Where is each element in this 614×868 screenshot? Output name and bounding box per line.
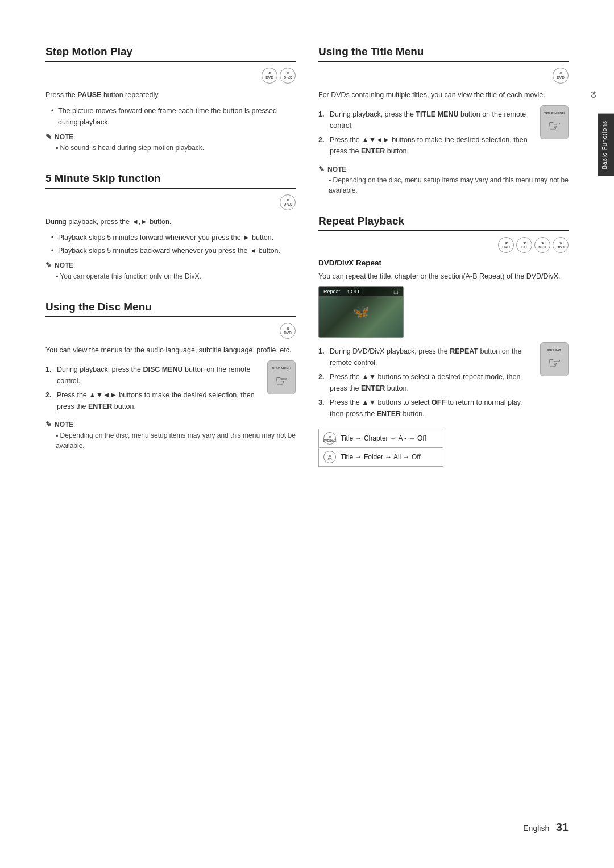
minute-skip-note: NOTE You can operate this function only … [45, 261, 296, 281]
step-2: 2. Press the ▲▼◄► buttons to make the de… [318, 134, 534, 157]
step-motion-intro: Press the PAUSE button repeatedly. [45, 89, 296, 101]
step-motion-badges: ⊕DVD ⊕DivX [45, 68, 296, 84]
step-motion-bullets: The picture moves forward one frame each… [45, 105, 296, 128]
chapter-label: Basic Functions [601, 121, 608, 169]
left-column: Step Motion Play ⊕DVD ⊕DivX Press the PA… [45, 45, 296, 480]
step-3: 3. Press the ▲▼ buttons to select OFF to… [318, 397, 534, 420]
title-menu-remote: TITLE MENU ☞ [540, 105, 569, 139]
step-1: 1. During DVD/DivX playback, press the R… [318, 346, 534, 368]
disc-menu-steps-row: 1. During playback, press the DISC MENU … [45, 360, 296, 416]
hand-icon-3: ☞ [548, 354, 561, 372]
hand-icon: ☞ [275, 372, 288, 390]
chapter-tab: Basic Functions [598, 114, 614, 176]
repeat-badges: ⊕DVD ⊕CD ⊕MP3 ⊕DivX [318, 237, 569, 253]
repeat-row-2-text: Title → Folder → All → Off [341, 453, 421, 461]
repeat-steps: 1. During DVD/DivX playback, press the R… [318, 346, 534, 420]
page-footer: English 31 [523, 821, 569, 834]
dvd-small-badge: ⊕DVD/DivX [323, 432, 336, 445]
chapter-number: 04 [590, 91, 597, 98]
minute-skip-intro: During playback, press the ◄,► button. [45, 216, 296, 227]
disc-menu-section: Using the Disc Menu ⊕DVD You can view th… [45, 301, 296, 456]
repeat-remote: REPEAT ☞ [540, 342, 569, 376]
dvd-badge-4: ⊕DVD [553, 68, 569, 84]
disc-menu-badges: ⊕DVD [45, 323, 296, 339]
dvd-badge-5: ⊕DVD [498, 237, 514, 253]
divx-badge: ⊕DivX [280, 68, 296, 84]
divx-badge-3: ⊕DivX [553, 237, 569, 253]
step-2: 2. Press the ▲▼ buttons to select a desi… [318, 371, 534, 394]
minute-skip-section: 5 Minute Skip function ⊕DivX During play… [45, 172, 296, 287]
step-1: 1. During playback, press the TITLE MENU… [318, 109, 534, 131]
bullet-item: Playback skips 5 minutes backward whenev… [51, 245, 296, 256]
disc-menu-remote: DISC MENU ☞ [267, 360, 296, 394]
dvd-badge-3: ⊕DVD [280, 323, 296, 339]
step-motion-title: Step Motion Play [45, 45, 296, 62]
dvddivx-repeat-subtitle: DVD/DivX Repeat [318, 259, 569, 267]
disc-menu-intro: You can view the menus for the audio lan… [45, 344, 296, 356]
step-motion-note: NOTE No sound is heard during step motio… [45, 132, 296, 153]
repeat-table: ⊕DVD/DivX Title → Chapter → A - → Off ⊕C… [318, 429, 443, 467]
butterfly-icon: 🦋 [352, 304, 370, 320]
title-menu-note: NOTE Depending on the disc, menu setup i… [318, 165, 569, 196]
repeat-playback-title: Repeat Playback [318, 215, 569, 231]
disc-menu-steps: 1. During playback, press the DISC MENU … [45, 364, 262, 412]
screenshot-bar: Repeat ↕ OFF ⬚ [319, 287, 403, 296]
dvd-badge: ⊕DVD [262, 68, 277, 84]
cd-badge: ⊕CD [516, 237, 532, 253]
cd-small-badge: ⊕CD [323, 451, 336, 463]
dvd-screenshot: Repeat ↕ OFF ⬚ 🦋 [318, 286, 404, 338]
title-menu-intro: For DVDs containing multiple titles, you… [318, 89, 569, 101]
repeat-row-1: ⊕DVD/DivX Title → Chapter → A - → Off [319, 429, 443, 448]
bullet-item: The picture moves forward one frame each… [51, 105, 296, 128]
minute-skip-bullets: Playback skips 5 minutes forward wheneve… [45, 232, 296, 256]
dvddivx-repeat-intro: You can repeat the title, chapter or the… [318, 271, 569, 282]
minute-skip-badges: ⊕DivX [45, 194, 296, 210]
step-2: 2. Press the ▲▼◄► buttons to make the de… [45, 389, 262, 412]
title-menu-steps-row: 1. During playback, press the TITLE MENU… [318, 105, 569, 160]
hand-icon-2: ☞ [548, 117, 561, 135]
step-1: 1. During playback, press the DISC MENU … [45, 364, 262, 387]
title-menu-badges: ⊕DVD [318, 68, 569, 84]
title-menu-section: Using the Title Menu ⊕DVD For DVDs conta… [318, 45, 569, 201]
mp3-badge: ⊕MP3 [534, 237, 550, 253]
title-menu-steps: 1. During playback, press the TITLE MENU… [318, 109, 534, 157]
repeat-row-2: ⊕CD Title → Folder → All → Off [319, 448, 443, 466]
divx-badge-2: ⊕DivX [280, 194, 296, 210]
repeat-row-1-text: Title → Chapter → A - → Off [341, 434, 426, 442]
right-column: Using the Title Menu ⊕DVD For DVDs conta… [318, 45, 569, 480]
step-motion-section: Step Motion Play ⊕DVD ⊕DivX Press the PA… [45, 45, 296, 159]
repeat-playback-section: Repeat Playback ⊕DVD ⊕CD ⊕MP3 ⊕DivX DVD/… [318, 215, 569, 467]
title-menu-title: Using the Title Menu [318, 45, 569, 62]
repeat-steps-row: 1. During DVD/DivX playback, press the R… [318, 342, 569, 423]
bullet-item: Playback skips 5 minutes forward wheneve… [51, 232, 296, 243]
disc-menu-note: NOTE Depending on the disc, menu setup i… [45, 420, 296, 451]
minute-skip-title: 5 Minute Skip function [45, 172, 296, 189]
disc-menu-title: Using the Disc Menu [45, 301, 296, 317]
